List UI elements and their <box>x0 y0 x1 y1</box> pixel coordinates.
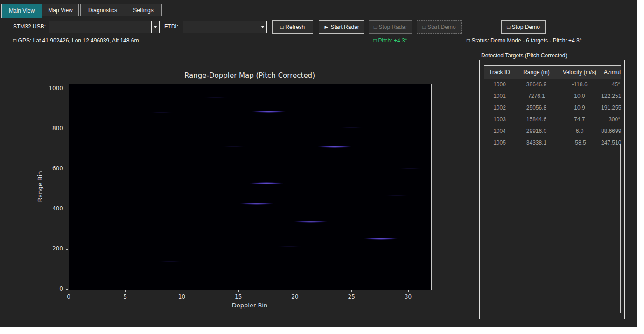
table-cell: 6.0 <box>558 125 601 137</box>
stm32-usb-label: STM32 USB: <box>13 23 46 30</box>
y-tick-mark <box>66 169 68 169</box>
x-tick-mark <box>69 290 69 292</box>
screen: Main View Map View Diagnostics Settings … <box>0 0 644 334</box>
y-tick-label: 400 <box>28 205 63 212</box>
start-radar-button[interactable]: ► Start Radar <box>319 20 364 34</box>
x-tick-mark <box>408 290 409 292</box>
table-row[interactable]: 100315844.674.7300° <box>484 114 621 125</box>
noise-streak <box>158 261 182 262</box>
table-cell: 45° <box>601 79 620 90</box>
table-cell: 1003 <box>484 114 515 125</box>
refresh-button[interactable]: □ Refresh <box>272 20 313 34</box>
table-cell: 25056.8 <box>515 102 558 114</box>
y-tick-mark <box>66 129 68 129</box>
table-row[interactable]: 100038646.9-118.645° <box>484 79 621 90</box>
table-cell: 1005 <box>484 137 515 149</box>
table-cell: 29916.0 <box>515 125 558 137</box>
noise-streak <box>339 127 364 128</box>
table-cell: 122.2510 <box>601 90 620 102</box>
start-demo-button[interactable]: □ Start Demo <box>417 20 462 34</box>
x-tick-label: 0 <box>62 293 76 300</box>
detection-streak <box>250 182 283 184</box>
x-tick-mark <box>295 290 295 292</box>
chevron-down-icon[interactable] <box>151 21 159 33</box>
x-tick-label: 15 <box>231 293 245 300</box>
x-tick-mark <box>238 290 239 292</box>
radar-app-window: Main View Map View Diagnostics Settings … <box>0 0 637 327</box>
y-axis-label: Range Bin <box>36 166 43 208</box>
table-frame-edge <box>620 144 621 313</box>
table-cell: 7276.1 <box>515 90 558 102</box>
detection-streak <box>252 111 286 113</box>
y-tick-mark <box>66 209 68 209</box>
y-tick-mark <box>66 289 68 290</box>
x-axis-label: Doppler Bin <box>69 302 431 309</box>
table-header-cell: Azimuth <box>604 66 621 79</box>
noise-streak <box>113 160 137 160</box>
table-cell: 247.5104 <box>601 137 620 149</box>
noise-streak <box>184 181 209 181</box>
table-header-cell: Range (m) <box>515 66 558 79</box>
table-cell: 10.9 <box>558 102 601 114</box>
stm32-usb-combobox[interactable] <box>49 21 160 33</box>
x-tick-label: 5 <box>118 293 132 300</box>
demo-status-label: □ Status: Demo Mode - 6 targets - Pitch:… <box>467 37 582 44</box>
table-cell: 15844.6 <box>515 114 558 125</box>
table-header-cell: Track ID <box>484 66 515 79</box>
range-doppler-heatmap <box>69 84 432 290</box>
x-tick-label: 20 <box>288 293 302 300</box>
stop-radar-button[interactable]: □ Stop Radar <box>369 20 412 34</box>
y-tick-label: 0 <box>28 285 63 292</box>
table-cell: 191.2552 <box>601 102 620 114</box>
pitch-status-label: □ Pitch: +4.3° <box>373 37 407 44</box>
table-cell: 34338.1 <box>515 137 558 149</box>
x-tick-mark <box>125 290 126 292</box>
y-tick-label: 600 <box>28 165 63 172</box>
table-cell: 1000 <box>484 79 515 90</box>
x-tick-label: 25 <box>344 293 358 300</box>
tab-diagnostics[interactable]: Diagnostics <box>80 4 125 16</box>
chevron-down-icon[interactable] <box>259 21 266 33</box>
x-tick-mark <box>351 290 352 292</box>
table-row[interactable]: 100534338.1-58.5247.5104 <box>484 137 621 149</box>
tab-main-view[interactable]: Main View <box>1 4 42 18</box>
table-cell: -118.6 <box>558 79 601 90</box>
table-cell: 1002 <box>484 102 515 114</box>
table-cell: 1004 <box>484 125 515 137</box>
noise-streak <box>222 146 246 147</box>
x-tick-label: 10 <box>175 293 189 300</box>
table-cell: 1001 <box>484 90 515 102</box>
table-cell: -58.5 <box>558 137 601 149</box>
table-row[interactable]: 100429916.06.088.66998 <box>484 125 621 137</box>
ftdi-combobox[interactable] <box>183 21 267 33</box>
noise-streak <box>398 168 422 169</box>
ftdi-label: FTDI: <box>164 23 178 30</box>
table-header-cell: Velocity (m/s) <box>558 66 601 79</box>
table-cell: 74.7 <box>558 114 601 125</box>
table-cell: 38646.9 <box>515 79 558 90</box>
y-tick-label: 200 <box>28 245 63 252</box>
tab-map-view[interactable]: Map View <box>42 4 79 16</box>
noise-streak <box>149 112 174 113</box>
y-tick-mark <box>66 249 68 250</box>
table-cell: 300° <box>601 114 620 125</box>
stop-demo-button[interactable]: □ Stop Demo <box>501 20 546 34</box>
y-tick-mark <box>66 89 68 89</box>
table-cell: 10.0 <box>558 90 601 102</box>
table-row[interactable]: 10017276.110.0122.2510 <box>484 90 621 102</box>
y-tick-label: 1000 <box>28 85 63 91</box>
chart-title: Range-Doppler Map (Pitch Corrected) <box>69 71 431 80</box>
detection-streak <box>240 203 273 205</box>
targets-caption: Detected Targets (Pitch Corrected) <box>481 52 567 59</box>
table-header-row: Track IDRange (m)Velocity (m/s)Azimuth <box>484 66 621 79</box>
gps-status-label: □ GPS: Lat 41.902426, Lon 12.496039, Alt… <box>13 37 139 44</box>
y-tick-label: 800 <box>28 125 63 132</box>
noise-streak <box>277 246 301 247</box>
noise-streak <box>385 195 409 196</box>
table-row[interactable]: 100225056.810.9191.2552 <box>484 102 621 114</box>
x-tick-mark <box>182 290 182 292</box>
tab-settings[interactable]: Settings <box>125 4 162 16</box>
table-cell: 88.66998 <box>601 125 620 137</box>
targets-table[interactable]: Track IDRange (m)Velocity (m/s)Azimuth10… <box>484 65 621 314</box>
x-tick-label: 30 <box>401 293 415 300</box>
